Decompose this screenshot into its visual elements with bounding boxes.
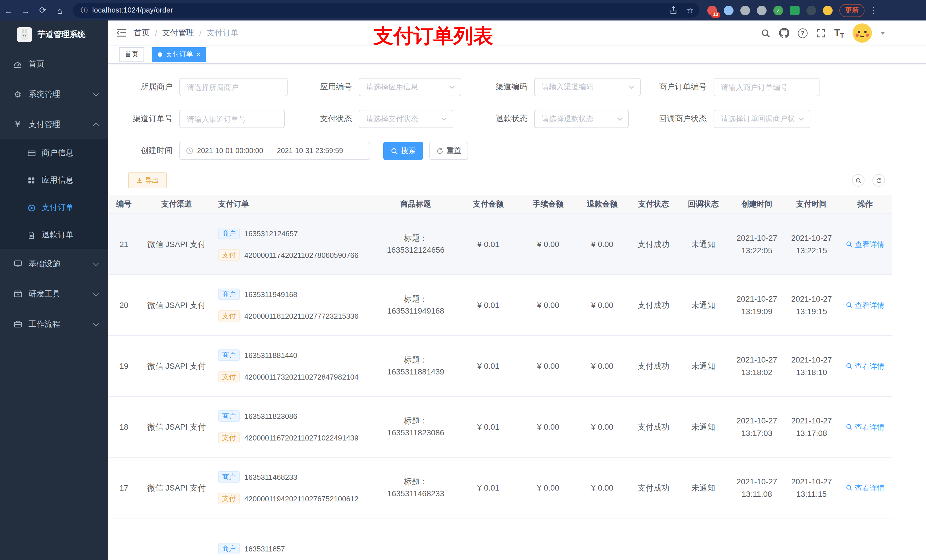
cell-notify-status: 未通知 <box>678 457 729 518</box>
app-select[interactable]: 请选择应用信息 <box>359 78 461 96</box>
cell-pay-time: 2021-10-2713:18:10 <box>785 336 838 396</box>
pay-status-select[interactable]: 请选择支付状态 <box>359 110 453 128</box>
table-row[interactable]: 17 微信 JSAPI 支付 商户1635311468233 支付4200001… <box>108 457 892 518</box>
cell-notify-status: 未通知 <box>678 214 729 274</box>
sidebar-item-dev-tools[interactable]: 研发工具 <box>0 279 108 309</box>
filter-label: 创建时间 <box>128 146 179 156</box>
home-icon[interactable]: ⌂ <box>51 5 68 15</box>
tab-close-icon[interactable]: × <box>197 51 200 58</box>
dashboard-icon <box>13 59 22 69</box>
forward-icon[interactable]: → <box>17 5 34 15</box>
view-detail-link[interactable]: 查看详情 <box>846 299 884 311</box>
fullscreen-icon[interactable] <box>816 28 826 38</box>
sidebar-item-label: 退款订单 <box>42 230 73 240</box>
app-logo[interactable]: 芋道管理系统 <box>0 21 108 49</box>
extension-icon[interactable] <box>823 5 832 15</box>
cell-pay-order: 商户1635311823086 支付4200001167202110271022… <box>213 397 376 457</box>
breadcrumb-item[interactable]: 首页 <box>134 27 150 38</box>
site-info-icon[interactable]: ⓘ <box>81 5 88 15</box>
sidebar-item-infra[interactable]: 基础设施 <box>0 249 108 279</box>
cell-fee-amount: ¥ 0.00 <box>521 336 575 396</box>
merchant-order-no: 1635311881440 <box>244 349 297 361</box>
extension-icon[interactable] <box>806 5 816 15</box>
merchant-tag: 商户 <box>218 410 240 422</box>
font-size-icon[interactable]: TT <box>834 27 844 39</box>
reload-icon[interactable]: ⟳ <box>34 5 51 15</box>
col-pay-status: 支付状态 <box>629 195 678 213</box>
extension-icon[interactable] <box>790 5 800 15</box>
reset-button-label: 重置 <box>446 146 461 156</box>
extension-icon[interactable] <box>724 5 734 15</box>
table-row[interactable]: 20 微信 JSAPI 支付 商户1635311949168 支付4200001… <box>108 275 892 336</box>
tab-pay-order[interactable]: 支付订单 × <box>152 47 206 62</box>
breadcrumb: 首页 / 支付管理 / 支付订单 <box>134 27 239 38</box>
refund-status-select[interactable]: 请选择退款状态 <box>534 110 629 128</box>
search-icon[interactable] <box>761 28 770 38</box>
sidebar-item-refund-order[interactable]: 退款订单 <box>0 221 108 249</box>
cell-actions: 查看详情 <box>838 214 892 274</box>
sidebar-item-label: 基础设施 <box>29 259 88 269</box>
merchant-input[interactable] <box>180 78 287 96</box>
reset-button[interactable]: 重置 <box>430 142 468 160</box>
cell-actions: 查看详情 <box>838 275 892 335</box>
channel-order-no-input[interactable] <box>180 110 284 127</box>
cell-channel: 微信 JSAPI 支付 <box>139 397 213 457</box>
create-time-range-picker[interactable]: 2021-10-01 00:00:00 - 2021-10-31 23:59:5… <box>179 142 370 160</box>
bookmark-star-icon[interactable]: ☆ <box>687 6 694 15</box>
sidebar-item-system[interactable]: ⚙ 系统管理 <box>0 79 108 109</box>
search-button[interactable]: 搜索 <box>383 142 423 160</box>
sidebar-item-home[interactable]: 首页 <box>0 49 108 79</box>
update-button[interactable]: 更新 <box>840 4 864 17</box>
merchant-order-no: 1635311949168 <box>244 288 297 300</box>
merchant-order-no-input[interactable] <box>714 78 819 96</box>
address-bar[interactable]: ⓘ localhost:1024/pay/order ☆ <box>73 3 699 18</box>
sidebar-item-app-info[interactable]: 应用信息 <box>0 167 108 194</box>
extension-icon[interactable]: ✓ <box>773 5 783 15</box>
github-icon[interactable] <box>779 28 789 38</box>
table-row[interactable]: 19 微信 JSAPI 支付 商户1635311881440 支付4200001… <box>108 336 892 397</box>
select-placeholder: 请选择支付状态 <box>359 114 437 124</box>
sidebar-item-merchant-info[interactable]: 商户信息 <box>0 139 108 167</box>
sidebar-toggle-icon[interactable] <box>116 29 126 37</box>
user-avatar[interactable] <box>853 23 872 43</box>
cell-channel: 微信 JSAPI 支付 <box>139 457 213 518</box>
cell-fee-amount: ¥ 0.00 <box>521 457 575 518</box>
merchant-order-no: 1635312124657 <box>244 227 298 239</box>
table-row-partial[interactable]: 商户1635311857 <box>108 518 892 560</box>
sidebar-item-label: 系统管理 <box>29 89 88 99</box>
breadcrumb-item[interactable]: 支付管理 <box>162 27 194 38</box>
back-icon[interactable]: ← <box>0 5 17 15</box>
share-icon[interactable] <box>670 6 678 14</box>
extension-icon[interactable] <box>757 5 767 15</box>
tab-home[interactable]: 首页 <box>119 47 144 62</box>
select-placeholder: 请输入渠道编码 <box>535 82 625 92</box>
view-detail-link[interactable]: 查看详情 <box>846 360 884 372</box>
coin-icon <box>27 203 36 212</box>
chevron-down-icon <box>625 84 640 91</box>
export-button[interactable]: 导出 <box>128 172 167 189</box>
sidebar-item-payment[interactable]: ￥ 支付管理 <box>0 109 108 139</box>
cell-pay-time: 2021-10-2713:11:15 <box>785 457 838 518</box>
help-icon[interactable]: ? <box>798 28 808 38</box>
cell-id <box>108 518 139 560</box>
monitor-icon <box>13 259 22 268</box>
extension-icon[interactable] <box>740 5 750 15</box>
cell-create-time: 2021-10-2713:11:08 <box>729 457 785 518</box>
user-menu-caret-icon[interactable] <box>881 32 885 35</box>
view-detail-link[interactable]: 查看详情 <box>846 421 884 433</box>
callback-status-select[interactable]: 请选择订单回调商户状态 <box>714 110 810 128</box>
view-detail-link[interactable]: 查看详情 <box>846 238 884 250</box>
sidebar-item-pay-order[interactable]: 支付订单 <box>0 194 108 221</box>
cell-actions: 查看详情 <box>838 397 892 457</box>
browser-menu-icon[interactable]: ⋮ <box>869 5 878 15</box>
refresh-button[interactable] <box>873 174 885 187</box>
sidebar-item-workflow[interactable]: 工作流程 <box>0 309 108 339</box>
chevron-down-icon <box>794 116 810 122</box>
channel-code-select[interactable]: 请输入渠道编码 <box>534 78 641 96</box>
extension-icon[interactable]: 10 <box>707 5 717 15</box>
view-detail-link[interactable]: 查看详情 <box>846 482 884 494</box>
table-row[interactable]: 21 微信 JSAPI 支付 商户1635312124657 支付4200001… <box>108 214 892 275</box>
filter-label: 应用编号 <box>307 82 359 92</box>
table-row[interactable]: 18 微信 JSAPI 支付 商户1635311823086 支付4200001… <box>108 397 892 457</box>
toggle-search-button[interactable] <box>852 174 864 187</box>
